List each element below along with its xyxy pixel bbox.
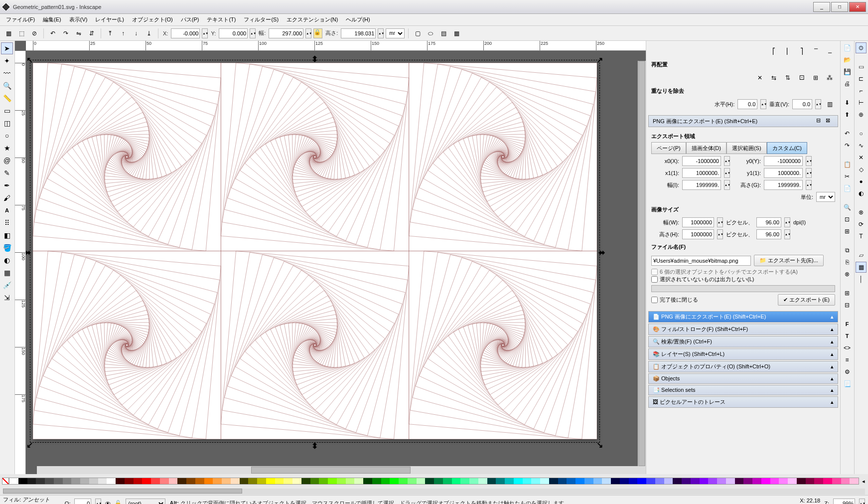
color-swatch[interactable] — [850, 478, 859, 484]
color-swatch[interactable] — [363, 478, 372, 484]
color-swatch[interactable] — [354, 478, 363, 484]
snap-midpoint-icon[interactable]: ◐ — [856, 188, 867, 199]
filename-input[interactable] — [651, 256, 751, 266]
height-input[interactable] — [341, 28, 376, 38]
duplicate-icon[interactable]: ⧉ — [842, 245, 853, 256]
opacity-input[interactable] — [74, 499, 91, 504]
layer-selector[interactable]: (root) — [126, 499, 165, 504]
affect-gradient-icon[interactable]: ▤ — [438, 28, 449, 39]
color-swatch[interactable] — [496, 478, 505, 484]
color-swatch[interactable] — [637, 478, 646, 484]
color-swatch[interactable] — [408, 478, 417, 484]
x-spinner[interactable]: ▲▼ — [202, 28, 208, 38]
color-swatch[interactable] — [240, 478, 249, 484]
color-swatch[interactable] — [700, 478, 709, 484]
snap-grid-icon[interactable]: ▦ — [856, 262, 867, 273]
mesh-tool-icon[interactable]: ▦ — [1, 267, 13, 279]
measure-tool-icon[interactable]: 📏 — [1, 92, 13, 104]
color-swatch[interactable] — [125, 478, 134, 484]
color-swatch[interactable] — [248, 478, 257, 484]
align-right-edges-icon[interactable]: ⎤ — [796, 46, 807, 57]
color-swatch[interactable] — [222, 478, 231, 484]
v-gap-input[interactable] — [792, 99, 812, 109]
color-swatch[interactable] — [726, 478, 735, 484]
color-swatch[interactable] — [319, 478, 328, 484]
fill-indicator[interactable]: アンセット — [22, 497, 50, 503]
raise-top-icon[interactable]: ⤒ — [105, 28, 116, 39]
color-swatch[interactable] — [823, 478, 832, 484]
color-swatch[interactable] — [629, 478, 638, 484]
save-icon[interactable]: 💾 — [842, 66, 853, 77]
import-icon[interactable]: ⬇ — [842, 97, 853, 108]
dpi-input[interactable] — [756, 217, 781, 227]
menu-file[interactable]: ファイル(F) — [3, 15, 38, 24]
zoom-spinner[interactable]: ▲▼ — [859, 499, 865, 504]
color-swatch[interactable] — [620, 478, 629, 484]
color-swatch[interactable] — [611, 478, 620, 484]
menu-filters[interactable]: フィルター(S) — [241, 15, 282, 24]
snap-text-icon[interactable]: T — [856, 231, 867, 242]
y-input[interactable] — [219, 28, 248, 38]
color-swatch[interactable] — [186, 478, 195, 484]
x0-input[interactable] — [682, 156, 721, 166]
ruler-vertical[interactable]: 0255075100125150175 — [15, 51, 26, 474]
randomize-icon[interactable]: ⁂ — [824, 72, 835, 83]
affect-pattern-icon[interactable]: ▦ — [451, 28, 462, 39]
star-tool-icon[interactable]: ★ — [1, 142, 13, 154]
color-swatch[interactable] — [646, 478, 655, 484]
color-swatch[interactable] — [735, 478, 744, 484]
x-input[interactable] — [171, 28, 200, 38]
zoom-fit-icon[interactable]: 🔍 — [842, 202, 853, 213]
color-swatch[interactable] — [169, 478, 178, 484]
height-spinner[interactable]: ▲▼ — [378, 28, 384, 38]
rect-tool-icon[interactable]: ▭ — [1, 105, 13, 117]
no-color-swatch[interactable] — [2, 478, 9, 485]
color-swatch[interactable] — [89, 478, 98, 484]
color-swatch[interactable] — [257, 478, 266, 484]
layer-visibility-icon[interactable]: 👁 — [105, 501, 111, 504]
color-swatch[interactable] — [18, 478, 27, 484]
panel-object-properties[interactable]: 📋 オブジェクトのプロパティ(O) (Shift+Ctrl+O)▴ — [648, 361, 838, 372]
export-png-panel-header[interactable]: PNG 画像にエクスポート(E) (Shift+Ctrl+E) ⊟ ⊠ — [648, 115, 838, 127]
close-button[interactable]: ✕ — [849, 2, 866, 12]
exchange-random-icon[interactable]: ⚀ — [796, 72, 807, 83]
color-swatch[interactable] — [531, 478, 540, 484]
unit-select[interactable]: mm — [386, 28, 405, 38]
palette-scrollbar[interactable] — [3, 489, 865, 495]
calligraphy-tool-icon[interactable]: 🖌 — [1, 192, 13, 204]
color-swatch[interactable] — [36, 478, 45, 484]
color-swatch[interactable] — [71, 478, 80, 484]
select-all-icon[interactable]: ⬚ — [16, 28, 27, 39]
exchange-positions-icon[interactable]: ⇆ — [768, 72, 779, 83]
color-swatch[interactable] — [275, 478, 284, 484]
group-icon[interactable]: ⊞ — [842, 288, 853, 299]
snap-bbox-center-icon[interactable]: ⊕ — [856, 109, 867, 120]
snap-bbox-mid-icon[interactable]: ⊢ — [856, 97, 867, 108]
color-swatch[interactable] — [558, 478, 567, 484]
open-icon[interactable]: 📂 — [842, 54, 853, 65]
color-swatch[interactable] — [567, 478, 576, 484]
snap-bbox-edge-icon[interactable]: ⊏ — [856, 73, 867, 84]
canvas-hscrollbar[interactable] — [37, 466, 646, 474]
minimize-button[interactable]: _ — [813, 2, 830, 12]
menu-edit[interactable]: 編集(E) — [40, 15, 64, 24]
color-swatch[interactable] — [9, 478, 18, 484]
color-swatch[interactable] — [310, 478, 319, 484]
color-swatch[interactable] — [593, 478, 602, 484]
unclump-icon[interactable]: ⊞ — [810, 72, 821, 83]
y-spinner[interactable]: ▲▼ — [250, 28, 256, 38]
color-swatch[interactable] — [682, 478, 691, 484]
unlink-icon[interactable]: ⊗ — [842, 269, 853, 280]
gradient-tool-icon[interactable]: ◐ — [1, 254, 13, 266]
exchange-z-icon[interactable]: ⇅ — [782, 72, 793, 83]
batch-export-checkbox[interactable] — [651, 269, 658, 275]
graph-layout-icon[interactable]: ✕ — [754, 72, 765, 83]
connector-tool-icon[interactable]: ⇲ — [1, 292, 13, 304]
menu-object[interactable]: オブジェクト(O) — [129, 15, 176, 24]
menu-extensions[interactable]: エクステンション(N) — [284, 15, 341, 24]
new-doc-icon[interactable]: 📄 — [842, 42, 853, 53]
raise-icon[interactable]: ↑ — [118, 28, 129, 39]
undo-icon[interactable]: ↶ — [842, 128, 853, 139]
color-swatch[interactable] — [460, 478, 469, 484]
color-swatch[interactable] — [443, 478, 452, 484]
